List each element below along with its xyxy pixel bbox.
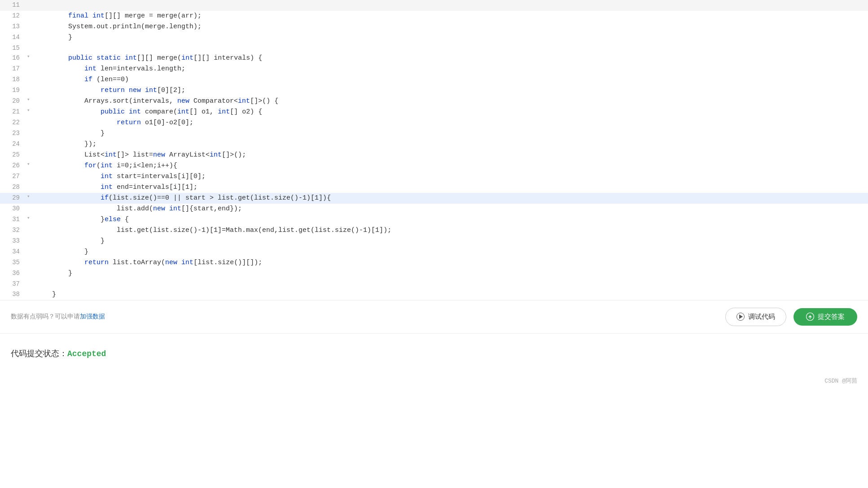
code-token: []>() {	[250, 97, 278, 105]
code-token: int	[210, 151, 222, 159]
code-token	[36, 162, 84, 170]
line-number: 16	[0, 53, 27, 64]
code-token: int	[238, 97, 250, 105]
code-token: new	[153, 151, 165, 159]
fold-arrow[interactable]: ▾	[27, 107, 34, 118]
code-token: start=intervals[i][0];	[113, 173, 206, 180]
status-label: 代码提交状态：	[11, 349, 67, 358]
code-line: 26▾ for(int i=0;i<len;i++){	[0, 161, 868, 171]
code-content: return new int[0][2];	[34, 85, 868, 96]
debug-label: 调试代码	[748, 313, 775, 321]
code-line: 37	[0, 279, 868, 289]
code-content: return o1[0]-o2[0];	[34, 118, 868, 128]
fold-arrow	[27, 0, 34, 11]
fold-arrow	[27, 225, 34, 236]
submit-button[interactable]: 提交答案	[793, 308, 857, 326]
footer-text: CSDN @阿茴	[824, 378, 857, 384]
code-content: System.out.println(merge.length);	[34, 22, 868, 32]
code-token: new	[129, 87, 141, 94]
code-token	[36, 108, 101, 116]
code-token	[36, 173, 101, 180]
code-content	[34, 279, 868, 289]
status-section: 代码提交状态：Accepted	[0, 333, 868, 373]
code-token: [][] merge(	[137, 54, 181, 62]
fold-arrow	[27, 74, 34, 85]
code-token: int	[181, 54, 193, 62]
code-token	[36, 1, 68, 9]
code-token: int	[84, 65, 96, 73]
fold-arrow[interactable]: ▾	[27, 161, 34, 171]
fold-arrow[interactable]: ▾	[27, 214, 34, 225]
code-token: System.out.println(merge.length);	[36, 23, 202, 30]
code-token: return	[101, 87, 125, 94]
code-token: List<	[36, 151, 105, 159]
code-token: {	[121, 216, 129, 223]
code-token: int	[169, 205, 181, 213]
code-content: }else {	[34, 214, 868, 225]
code-token: int	[145, 87, 157, 94]
fold-arrow	[27, 204, 34, 214]
code-line: 23 }	[0, 128, 868, 139]
code-token: int	[129, 108, 141, 116]
code-token: }	[36, 248, 88, 256]
enhance-data-link[interactable]: 加强数据	[80, 313, 105, 320]
code-line: 38 }	[0, 289, 868, 300]
code-token	[141, 87, 145, 94]
code-line: 12 final int[][] merge = merge(arr);	[0, 11, 868, 22]
code-token: [list.size()][]);	[193, 259, 262, 266]
code-token	[36, 12, 68, 20]
code-token: int	[92, 12, 105, 20]
code-line: 14 }	[0, 32, 868, 43]
code-content: List<int[]> list=new ArrayList<int[]>();	[34, 150, 868, 161]
code-line: 24 });	[0, 139, 868, 150]
code-token: [][] intervals) {	[193, 54, 262, 62]
code-line: 17 int len=intervals.length;	[0, 64, 868, 74]
line-number: 22	[0, 118, 27, 128]
debug-button[interactable]: 调试代码	[725, 308, 786, 326]
code-token: list.add(	[36, 205, 153, 213]
code-token: int	[101, 162, 113, 170]
line-number: 30	[0, 204, 27, 214]
code-token: ArrayList<	[165, 151, 210, 159]
code-token: }	[36, 216, 105, 223]
code-line: 36 }	[0, 268, 868, 279]
code-token: }	[36, 130, 105, 137]
fold-arrow	[27, 64, 34, 74]
code-content: int len=intervals.length;	[34, 64, 868, 74]
code-token: static	[96, 54, 121, 62]
line-number: 27	[0, 171, 27, 182]
code-line: 18 if (len==0)	[0, 74, 868, 85]
code-token: o1[0]-o2[0];	[141, 119, 193, 126]
code-content: int end=intervals[i][1];	[34, 182, 868, 193]
line-number: 20	[0, 96, 27, 107]
code-line: 15	[0, 43, 868, 53]
fold-arrow	[27, 32, 34, 43]
play-triangle-icon	[739, 314, 743, 319]
code-line: 30 list.add(new int[]{start,end});	[0, 204, 868, 214]
code-token: int	[125, 54, 137, 62]
code-token: if	[84, 76, 92, 83]
line-number: 26	[0, 161, 27, 171]
code-content: }	[34, 32, 868, 43]
code-content: final int[][] merge = merge(arr);	[34, 11, 868, 22]
code-token	[92, 54, 96, 62]
code-content: }	[34, 247, 868, 257]
fold-arrow[interactable]: ▾	[27, 193, 34, 204]
fold-arrow[interactable]: ▾	[27, 53, 34, 64]
code-token: [0][2];	[157, 87, 185, 94]
line-number: 18	[0, 74, 27, 85]
code-content: return list.toArray(new int[list.size()]…	[34, 257, 868, 268]
line-number: 36	[0, 268, 27, 279]
code-token: Comparator<	[189, 97, 238, 105]
code-line: 25 List<int[]> list=new ArrayList<int[]>…	[0, 150, 868, 161]
code-token: new	[165, 259, 177, 266]
fold-arrow[interactable]: ▾	[27, 96, 34, 107]
code-token: new	[177, 97, 189, 105]
code-token: (list.size()==0 || start > list.get(list…	[109, 194, 331, 202]
code-token: for	[84, 162, 96, 170]
fold-arrow	[27, 150, 34, 161]
code-token: return	[117, 119, 141, 126]
code-token: new	[153, 205, 165, 213]
code-token	[177, 259, 181, 266]
line-number: 33	[0, 236, 27, 247]
